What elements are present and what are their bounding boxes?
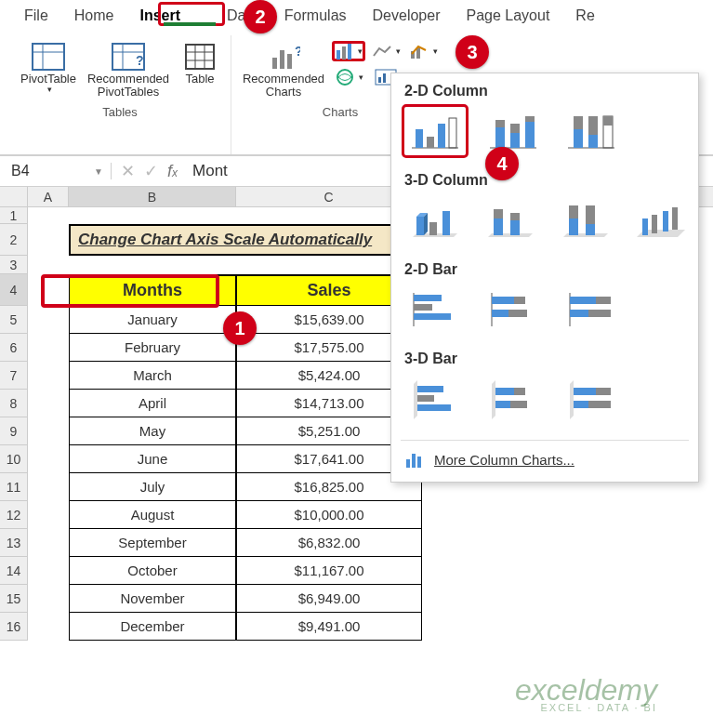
table-row: 14October$11,167.00 (0, 557, 713, 585)
recommended-charts-label1: Recommended (243, 73, 324, 86)
svg-rect-7 (186, 45, 214, 69)
active-tab-underline (164, 22, 216, 26)
svg-rect-17 (342, 46, 346, 60)
svg-rect-72 (492, 310, 508, 317)
cell-month[interactable]: October (69, 557, 236, 585)
insert-line-chart-button[interactable]: ▾ (369, 41, 403, 61)
rowhd-10[interactable]: 10 (0, 445, 28, 473)
insert-column-chart-button[interactable]: ▾ (332, 41, 365, 61)
col-A[interactable]: A (28, 187, 69, 206)
rowhd-4[interactable]: 4 (0, 274, 28, 306)
rowhd-16[interactable]: 16 (0, 613, 28, 641)
rowhd-9[interactable]: 9 (0, 417, 28, 445)
section-3d-bar: 3-D Bar (404, 351, 689, 367)
rowhd-8[interactable]: 8 (0, 390, 28, 417)
rowhd-14[interactable]: 14 (0, 557, 28, 585)
stacked-bar-option[interactable] (482, 285, 544, 334)
svg-rect-59 (586, 205, 595, 224)
more-column-charts-link[interactable]: More Column Charts... (401, 443, 689, 472)
section-3d-column: 3-D Column (404, 172, 689, 189)
3d-column-option[interactable] (630, 196, 689, 245)
tab-developer[interactable]: Developer (360, 4, 454, 30)
insert-map-chart-button[interactable]: ▾ (332, 67, 365, 87)
cell-sales[interactable]: $11,167.00 (236, 557, 422, 585)
cell-month[interactable]: January (69, 306, 236, 334)
3d-clustered-column-option[interactable] (404, 196, 463, 245)
3d-100-stacked-bar-option[interactable] (561, 375, 622, 423)
svg-rect-93 (406, 459, 410, 468)
cell-month[interactable]: May (69, 417, 236, 445)
callout-badge-2: 2 (244, 0, 277, 33)
cell-month[interactable]: November (69, 585, 236, 613)
header-months[interactable]: Months (69, 274, 236, 306)
tab-review[interactable]: Re (562, 4, 607, 30)
3d-stacked-column-option[interactable] (480, 196, 538, 245)
title-cell[interactable]: Change Chart Axis Scale Automatically (69, 224, 422, 256)
rowhd-6[interactable]: 6 (0, 334, 28, 362)
tab-formulas[interactable]: Formulas (271, 4, 360, 30)
svg-rect-81 (417, 395, 434, 402)
tab-home[interactable]: Home (61, 4, 127, 30)
clustered-bar-option[interactable] (404, 285, 466, 334)
rowhd-5[interactable]: 5 (0, 306, 28, 334)
recommended-charts-button[interactable]: ? Recommended Charts (237, 39, 330, 101)
svg-rect-27 (427, 137, 434, 148)
3d-stacked-bar-option[interactable] (482, 375, 544, 423)
cell-month[interactable]: August (69, 501, 236, 529)
rowhd-15[interactable]: 15 (0, 585, 28, 613)
svg-marker-47 (424, 213, 428, 235)
formula-bar-value[interactable]: Mont (187, 162, 228, 180)
rowhd-12[interactable]: 12 (0, 501, 28, 529)
cell-month[interactable]: September (69, 529, 236, 557)
accept-formula-icon[interactable]: ✓ (144, 161, 158, 181)
rowhd-11[interactable]: 11 (0, 473, 28, 501)
3d-clustered-bar-option[interactable] (404, 375, 466, 423)
rowhd-2[interactable]: 2 (0, 224, 28, 256)
rowhd-7[interactable]: 7 (0, 362, 28, 390)
clustered-column-option[interactable] (404, 107, 466, 155)
svg-rect-29 (449, 118, 456, 148)
100-stacked-column-option[interactable] (561, 107, 622, 155)
cell-month[interactable]: April (69, 390, 236, 417)
ribbon-tabs: File Home Insert Data Formulas Developer… (0, 0, 713, 30)
rowhd-3[interactable]: 3 (0, 256, 28, 274)
svg-rect-43 (603, 116, 613, 126)
cancel-formula-icon[interactable]: ✕ (121, 161, 135, 181)
cell-month[interactable]: July (69, 473, 236, 501)
insert-combo-chart-button[interactable]: ▾ (406, 41, 440, 61)
table-row: 15November$6,949.00 (0, 585, 713, 613)
cell-sales[interactable]: $6,832.00 (236, 529, 422, 557)
name-box[interactable]: B4 ▼ (0, 163, 112, 179)
recommended-pivots-label2: PivotTables (98, 86, 159, 99)
svg-text:?: ? (295, 44, 300, 59)
table-button[interactable]: Table (175, 39, 225, 87)
pivottable-button[interactable]: PivotTable ▾ (15, 39, 82, 97)
cell-sales[interactable]: $9,491.00 (236, 613, 422, 641)
3d-100-stacked-column-option[interactable] (555, 196, 614, 245)
col-B[interactable]: B (69, 187, 236, 206)
cell-month[interactable]: February (69, 334, 236, 362)
recommended-pivottables-button[interactable]: ? Recommended PivotTables (84, 39, 173, 101)
cell-month[interactable]: March (69, 362, 236, 390)
tab-file[interactable]: File (11, 4, 61, 30)
fx-icon[interactable]: fx (167, 162, 178, 181)
svg-rect-41 (588, 116, 598, 135)
rowhd-1[interactable]: 1 (0, 207, 28, 224)
rowhd-13[interactable]: 13 (0, 529, 28, 557)
stacked-column-option[interactable] (482, 107, 544, 155)
svg-rect-16 (337, 50, 340, 60)
select-all-corner[interactable] (0, 187, 28, 206)
column-chart-icon (404, 450, 425, 469)
cell-sales[interactable]: $10,000.00 (236, 501, 422, 529)
cell-month[interactable]: June (69, 445, 236, 473)
recommended-pivottables-icon: ? (110, 41, 147, 73)
pivottable-label: PivotTable (20, 73, 76, 86)
svg-rect-63 (663, 211, 668, 232)
tab-page-layout[interactable]: Page Layout (453, 4, 562, 30)
100-stacked-bar-option[interactable] (561, 285, 622, 334)
svg-point-21 (337, 70, 352, 85)
cell-month[interactable]: December (69, 613, 236, 641)
svg-rect-92 (588, 401, 611, 408)
svg-rect-0 (33, 44, 64, 70)
cell-sales[interactable]: $6,949.00 (236, 585, 422, 613)
